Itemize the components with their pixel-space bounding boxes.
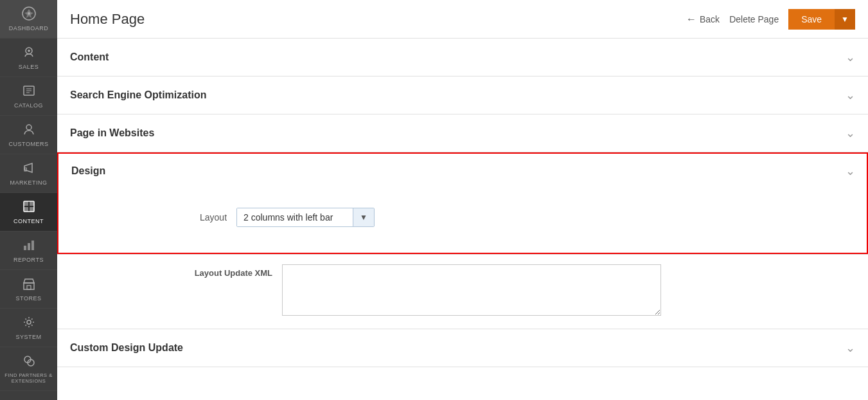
page-in-websites-title: Page in Websites — [70, 127, 154, 139]
layout-update-xml-input[interactable] — [282, 264, 661, 316]
svg-point-15 — [27, 320, 31, 324]
marketing-icon — [22, 161, 36, 177]
reports-icon — [22, 238, 36, 254]
save-dropdown-button[interactable]: ▼ — [835, 9, 855, 30]
sidebar-item-catalog-label: CATALOG — [14, 102, 43, 109]
sidebar-item-customers-label: CUSTOMERS — [9, 141, 49, 147]
sales-icon — [22, 45, 36, 61]
sidebar-item-system-label: SYSTEM — [15, 334, 41, 340]
content-section-title: Content — [70, 51, 109, 63]
svg-rect-14 — [27, 286, 31, 289]
layout-row: Layout 1 column 2 columns with left bar … — [71, 201, 854, 240]
sidebar-item-system[interactable]: SYSTEM — [0, 309, 57, 347]
layout-chevron-icon: ▼ — [360, 213, 368, 222]
design-chevron-icon: ⌄ — [846, 164, 855, 178]
xml-label: Layout Update XML — [70, 264, 282, 278]
svg-point-4 — [26, 125, 31, 130]
custom-design-header[interactable]: Custom Design Update ⌄ — [57, 329, 868, 367]
sidebar-item-marketing-label: MARKETING — [10, 179, 47, 186]
content-section: Content ⌄ — [57, 39, 868, 77]
sidebar-item-stores-label: STORES — [16, 295, 42, 302]
svg-rect-7 — [30, 201, 34, 206]
svg-rect-6 — [24, 201, 28, 206]
find-icon — [22, 354, 36, 370]
back-label: Back — [700, 14, 720, 24]
svg-rect-11 — [28, 243, 30, 250]
catalog-icon — [22, 84, 36, 100]
save-button[interactable]: Save — [788, 9, 835, 30]
main-area: Home Page ← Back Delete Page Save ▼ Cont… — [57, 0, 868, 400]
sidebar-item-content[interactable]: CONTENT — [0, 193, 57, 232]
custom-design-chevron-icon: ⌄ — [846, 341, 855, 355]
sidebar-item-reports[interactable]: REPORTS — [0, 232, 57, 270]
design-section-content: Layout 1 column 2 columns with left bar … — [58, 188, 867, 253]
sidebar-item-find-label: FIND PARTNERS & EXTENSIONS — [3, 372, 54, 384]
save-button-group: Save ▼ — [788, 9, 855, 30]
sidebar-item-catalog[interactable]: CATALOG — [0, 77, 57, 116]
sidebar-item-sales-label: SALES — [19, 64, 39, 70]
sidebar-item-marketing[interactable]: MARKETING — [0, 154, 57, 193]
back-button[interactable]: ← Back — [686, 14, 720, 25]
sidebar-item-dashboard[interactable]: DASHBOARD — [0, 0, 57, 39]
content-area: Content ⌄ Search Engine Optimization ⌄ P… — [57, 39, 868, 400]
seo-section: Search Engine Optimization ⌄ — [57, 77, 868, 114]
chevron-down-icon: ▼ — [841, 15, 849, 24]
back-arrow-icon: ← — [686, 14, 696, 25]
header-actions: ← Back Delete Page Save ▼ — [686, 9, 855, 30]
svg-rect-9 — [30, 207, 34, 212]
sidebar-item-customers[interactable]: CUSTOMERS — [0, 116, 57, 154]
svg-rect-8 — [24, 207, 28, 212]
design-section: Design Layout 1 column 2 columns with le… — [57, 152, 868, 254]
content-icon — [22, 199, 36, 215]
page-in-websites-header[interactable]: Page in Websites ⌄ — [57, 114, 868, 152]
svg-rect-13 — [24, 283, 34, 289]
delete-page-button[interactable]: Delete Page — [729, 14, 779, 24]
content-chevron-icon: ⌄ — [846, 50, 855, 64]
layout-select-dropdown-button[interactable]: ▼ — [353, 208, 374, 226]
seo-chevron-icon: ⌄ — [846, 88, 855, 102]
customers-icon — [22, 122, 36, 138]
content-section-header[interactable]: Content ⌄ — [57, 39, 868, 76]
sidebar-item-find[interactable]: FIND PARTNERS & EXTENSIONS — [0, 347, 57, 391]
sidebar-item-reports-label: REPORTS — [13, 257, 44, 263]
sidebar-item-sales[interactable]: SALES — [0, 39, 57, 77]
layout-select[interactable]: 1 column 2 columns with left bar 2 colum… — [237, 208, 353, 226]
sidebar-item-content-label: CONTENT — [13, 218, 44, 224]
page-title: Home Page — [70, 11, 686, 28]
svg-point-1 — [28, 12, 30, 15]
custom-design-section: Custom Design Update ⌄ — [57, 329, 868, 367]
system-icon — [22, 315, 36, 331]
layout-update-xml-section: Layout Update XML — [57, 255, 868, 329]
page-in-websites-section: Page in Websites ⌄ — [57, 114, 868, 152]
page-header: Home Page ← Back Delete Page Save ▼ — [57, 0, 868, 39]
seo-section-title: Search Engine Optimization — [70, 89, 206, 101]
seo-section-header[interactable]: Search Engine Optimization ⌄ — [57, 77, 868, 114]
dashboard-icon — [22, 6, 36, 23]
sidebar-item-stores[interactable]: STORES — [0, 270, 57, 309]
page-in-websites-chevron-icon: ⌄ — [846, 126, 855, 140]
sidebar-item-dashboard-label: DASHBOARD — [9, 25, 49, 32]
stores-icon — [22, 277, 36, 293]
custom-design-title: Custom Design Update — [70, 342, 183, 354]
design-section-header[interactable]: Design — [58, 154, 867, 188]
svg-rect-12 — [31, 241, 34, 250]
layout-label: Layout — [200, 212, 227, 223]
svg-rect-10 — [24, 246, 26, 250]
layout-select-wrapper: 1 column 2 columns with left bar 2 colum… — [236, 208, 375, 227]
sidebar: DASHBOARD SALES CATALOG CUSTOMERS — [0, 0, 57, 400]
design-section-title: Design — [71, 165, 105, 177]
